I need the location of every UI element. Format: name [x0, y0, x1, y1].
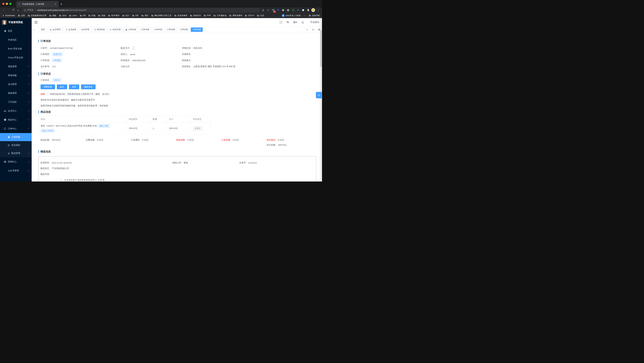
tabs-scroll-left-icon[interactable]: « [32, 27, 38, 33]
locale-icon[interactable]: 文A [293, 21, 297, 24]
sidebar-item-cloud-docs[interactable]: Cloud 开发文档 [0, 53, 32, 62]
sidebar-item-payment[interactable]: 支付管理 [0, 80, 32, 89]
profile-avatar[interactable] [311, 8, 315, 12]
bookmark-folder[interactable]: 文件服务器 [214, 14, 226, 17]
tab-order-detail-2[interactable]: 订单详情 [152, 28, 164, 32]
bookmark-folder[interactable]: 生活 [257, 14, 264, 17]
bookmarks-label[interactable]: Bookmarks [6, 14, 15, 17]
extension-window-icon[interactable] [306, 9, 310, 12]
sidebar-item-home[interactable]: 首页 [0, 27, 32, 35]
sidebar-item-author-news[interactable]: 作者动态 [0, 35, 32, 44]
extension-puzzle-icon[interactable] [301, 9, 305, 12]
bookmark-folder[interactable]: Java [59, 14, 66, 17]
sidebar-item-official-account[interactable]: 公众号管理 [0, 166, 32, 175]
sidebar-item-member-center[interactable]: 会员中心 [0, 106, 32, 115]
bookmark-folder[interactable]: 搜索 [49, 14, 56, 17]
tab-home[interactable]: 首页 [39, 28, 47, 32]
bookmark-link-java[interactable]: B Java开发 | 小组首... [282, 14, 302, 17]
bookmark-folder[interactable]: 游戏 [98, 14, 105, 17]
scrollbar-thumb[interactable] [320, 30, 322, 67]
folder-icon [142, 15, 144, 17]
logo-avatar [2, 20, 7, 25]
sidebar-item-workflow[interactable]: 工作流程 [0, 98, 32, 106]
home-icon[interactable]: ⌂ [16, 9, 21, 12]
tab-order-list[interactable]: 订单列表 [124, 28, 138, 32]
site-favicon [18, 3, 21, 6]
window-controls[interactable] [0, 0, 14, 8]
app-logo[interactable]: 芋道管理系统 [0, 18, 32, 27]
settings-gear-button[interactable] [316, 92, 322, 98]
tabs-scroll-right-icon[interactable]: » [304, 27, 310, 33]
extension-balloon-icon[interactable] [276, 9, 280, 12]
sidebar-item-system[interactable]: 系统管理 [0, 62, 32, 71]
bookmark-folder[interactable]: Linux [69, 14, 77, 17]
sidebar-item-report[interactable]: 报表管理 [0, 89, 32, 98]
sidebar-item-delivery[interactable]: 配送管理 [0, 149, 32, 157]
extension-star-icon[interactable] [291, 9, 295, 12]
back-icon[interactable]: ← [1, 9, 6, 12]
bookmark-folder[interactable]: 博客未整理 [229, 14, 242, 17]
tab-order-detail-4[interactable]: 订单详情 [178, 28, 190, 32]
address-bar[interactable]: 不安全 dashboard-vue3.yudao.iocoder.cn /tra… [22, 8, 260, 12]
activity-value: 秒杀活动 [193, 47, 202, 50]
tab-member-manage[interactable]: 会员管理 [48, 28, 62, 32]
section-order-info: 订单信息 [38, 39, 316, 43]
extension-record-icon[interactable] [286, 9, 290, 12]
sidebar-item-product-center[interactable]: P 商品中心 [0, 115, 32, 124]
new-tab-button[interactable]: + [58, 1, 64, 8]
sidebar-item-infra[interactable]: 基础设施 [0, 71, 32, 80]
page-scrollbar[interactable] [320, 18, 322, 182]
sidebar-item-aftersale-refund[interactable]: 售后退款 [0, 141, 32, 149]
forward-icon[interactable]: → [6, 9, 11, 12]
bookmark-folder[interactable]: 设计 [122, 14, 130, 17]
bookmark-folder[interactable]: 软件/硬件 [108, 14, 120, 17]
refresh-page-icon[interactable] [310, 27, 316, 33]
menu-fold-icon[interactable] [34, 21, 38, 24]
extension-diamond-icon[interactable]: 12 [271, 9, 275, 12]
tab-order-detail-3[interactable]: 订单详情 [165, 28, 177, 32]
sidebar-item-order-center[interactable]: 订单中心 [0, 124, 32, 133]
share-icon[interactable] [261, 9, 265, 12]
zoom-window-button[interactable] [9, 3, 12, 5]
extension-cmd-icon[interactable]: ⌘ [281, 9, 285, 12]
bookmarks-overflow-icon[interactable]: » [304, 14, 305, 17]
bookmark-folder[interactable]: 项目 [142, 14, 148, 17]
sidebar-item-order-list[interactable]: 订单列表 [0, 133, 32, 141]
tab-product-detail[interactable]: 商品详情 [108, 28, 122, 32]
current-user[interactable]: 芋道源码 [310, 21, 319, 24]
bookmark-folder[interactable]: 网站/博客/文章/工具 [151, 14, 172, 17]
bookmark-folder[interactable]: 前端 [88, 14, 96, 17]
reload-icon[interactable] [11, 9, 16, 12]
other-bookmarks[interactable]: 其他书签 [309, 14, 320, 17]
product-cell: 索尼（SONY）WH-CH510 无线立体声耳机 学生网课 白色颜色: 黑色 版… [38, 122, 126, 134]
tab-order-detail-1[interactable]: 订单详情 [139, 28, 151, 32]
tab-member-tag[interactable]: 会员标签 [64, 28, 78, 32]
close-window-button[interactable] [2, 3, 4, 5]
notification-bell-icon[interactable] [301, 21, 304, 24]
sidebar-item-marketing[interactable]: 营销中心 [0, 157, 32, 166]
browser-menu-icon[interactable]: ⋮ [316, 9, 320, 12]
bookmark-folder[interactable]: 其他语言 [190, 14, 201, 17]
tab-order-detail-active[interactable]: 订单详情 [191, 28, 203, 32]
adjust-price-button[interactable]: 调整价格 [40, 85, 55, 89]
minimize-window-button[interactable] [6, 3, 8, 5]
tab-product-list[interactable]: 商品列表 [92, 28, 107, 32]
remark-button[interactable]: 备注 [57, 85, 67, 89]
extension-chevrons-icon[interactable] [296, 9, 300, 12]
fullscreen-icon[interactable] [280, 21, 282, 24]
bookmark-folder[interactable]: 运营 [18, 14, 25, 17]
bookmark-folder[interactable]: PHP [204, 14, 211, 17]
bookmark-star-icon[interactable]: ☆ [266, 9, 270, 12]
close-tab-icon[interactable]: × [54, 3, 57, 6]
change-address-button[interactable]: 修改地址 [81, 85, 96, 89]
bookmark-folder[interactable]: 近期需要读的文章 [28, 14, 46, 17]
bookmark-folder[interactable]: DB [80, 14, 86, 17]
sidebar-item-boot-docs[interactable]: Boot 开发文档 [0, 44, 32, 53]
bookmark-folder[interactable]: 资讯未整理 [174, 14, 187, 17]
bookmark-folder[interactable]: IDE [132, 14, 139, 17]
browser-tab[interactable]: 芋道管理系统 - 订单详情 × [16, 1, 58, 8]
ship-button[interactable]: 发货 [69, 85, 79, 89]
tab-member-detail[interactable]: 会员详情 [79, 28, 91, 32]
bookmark-folder[interactable]: 2014-4 [245, 14, 254, 17]
font-size-icon[interactable]: Tt [287, 21, 289, 24]
